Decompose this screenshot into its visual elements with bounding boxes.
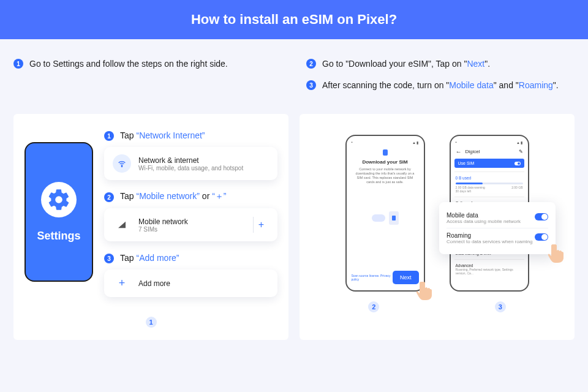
sim-card-icon	[389, 211, 399, 225]
card-network-internet[interactable]: Network & internet Wi-Fi, mobile, data u…	[104, 147, 277, 180]
advanced[interactable]: Advanced	[456, 263, 523, 268]
days-left: 30 days left	[456, 189, 485, 193]
card-add-more[interactable]: + Add more	[104, 270, 277, 297]
card-title: Mobile network	[138, 217, 188, 226]
card-mobile-network[interactable]: Mobile network 7 SIMs +	[104, 208, 277, 241]
panel-badge-1: 1	[146, 317, 157, 328]
download-illustration	[350, 201, 420, 235]
step-3-text: Tap “Add more”	[120, 253, 179, 263]
mobile-data-sub: Access data using mobile network	[447, 219, 521, 224]
intro-step-1-text: Go to Settings and follow the steps on t…	[29, 58, 228, 70]
intro-step-1: 1 Go to Settings and follow the steps on…	[13, 58, 282, 70]
roaming-toggle[interactable]	[535, 233, 548, 241]
card-title: Add more	[138, 279, 170, 288]
panel-badge-2: 2	[368, 301, 379, 312]
roaming-label: Roaming	[447, 232, 533, 239]
badge-1: 1	[13, 59, 23, 69]
step-badge-3: 3	[104, 254, 114, 263]
pointer-hand-icon	[547, 242, 567, 264]
step-badge-2: 2	[104, 192, 114, 202]
badge-3: 3	[306, 80, 316, 90]
card-sub: Wi-Fi, mobile, data usage, and hotspot	[138, 165, 243, 172]
data-usage-bar	[456, 183, 523, 184]
data-used: 0 B used	[456, 176, 523, 180]
step-1-text: Tap “Network Internet”	[120, 130, 205, 140]
mobile-data-toggle[interactable]	[535, 213, 548, 221]
back-arrow-icon[interactable]: ←	[456, 148, 462, 155]
panel-settings-steps: Settings 1 Tap “Network Internet”	[13, 114, 288, 340]
use-sim-toggle[interactable]: Use SIM	[454, 159, 524, 168]
gear-icon	[41, 182, 77, 217]
step-mobile-network: 2 Tap “Mobile network” or “＋” Mobile net…	[104, 191, 277, 241]
intro-row: 1 Go to Settings and follow the steps on…	[13, 58, 575, 100]
intro-step-2: 2 Go to "Download your eSIM", Tap on "Ne…	[306, 58, 575, 70]
intro-step-3-text: After scanning the code, turn on "Mobile…	[322, 79, 559, 92]
data-limit: 2.00 GB	[511, 186, 522, 193]
phone-download-sim: •▲ ▮ Download your SIM Connect to your m…	[345, 135, 425, 292]
status-bar: •▲ ▮	[454, 140, 524, 147]
toggle-on-icon	[514, 162, 521, 165]
advanced-sub: Roaming, Preferred network type, Setting…	[456, 268, 523, 275]
fine-print[interactable]: Scan source license. Privacy policy	[352, 274, 393, 281]
sim-icon	[383, 149, 388, 156]
carrier-name: Digicel	[466, 149, 480, 154]
signal-icon	[113, 216, 131, 234]
roaming-sub: Connect to data services when roaming	[447, 239, 533, 244]
panel-badge-3: 3	[495, 301, 506, 312]
page-header: How to install an eSIM on Pixel?	[0, 0, 588, 39]
download-sim-title: Download your SIM	[350, 159, 420, 165]
badge-2: 2	[306, 59, 316, 69]
svg-point-0	[121, 166, 122, 167]
step-2-text: Tap “Mobile network” or “＋”	[120, 191, 227, 202]
status-bar: •▲ ▮	[350, 140, 420, 147]
panel-phone-screens: •▲ ▮ Download your SIM Connect to your m…	[300, 114, 575, 340]
edit-icon[interactable]: ✎	[519, 149, 523, 154]
wifi-icon	[113, 154, 131, 173]
step-add-more: 3 Tap “Add more” + Add more	[104, 252, 277, 297]
card-title: Network & internet	[138, 156, 243, 165]
overlay-card: Mobile data Access data using mobile net…	[439, 202, 556, 254]
card-sub: 7 SIMs	[138, 226, 188, 233]
download-sim-desc: Connect to your mobile network by downlo…	[350, 167, 420, 185]
step-badge-1: 1	[104, 131, 114, 141]
plus-icon[interactable]: +	[253, 217, 269, 233]
phone-illustration: Settings	[24, 142, 93, 282]
phone-label: Settings	[37, 230, 80, 243]
plus-icon: +	[113, 277, 131, 290]
step-network-internet: 1 Tap “Network Internet” Network & inter…	[104, 130, 277, 180]
mobile-data-label: Mobile data	[447, 212, 521, 219]
cloud-icon	[372, 214, 385, 222]
intro-step-2-text: Go to "Download your eSIM", Tap on "Next…	[322, 58, 490, 70]
intro-step-3: 3 After scanning the code, turn on "Mobi…	[306, 79, 575, 92]
page-title: How to install an eSIM on Pixel?	[191, 12, 397, 28]
pointer-hand-icon	[415, 279, 435, 301]
